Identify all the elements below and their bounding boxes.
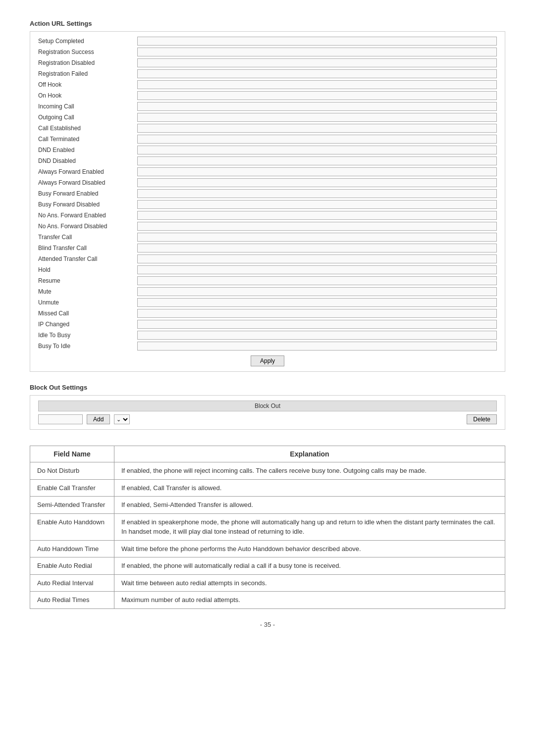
table-row: Enable Auto HanddownIf enabled in speake… [30,513,505,540]
col2-header: Explanation [114,446,505,462]
action-url-row-label: Always Forward Disabled [38,179,137,186]
action-url-row: Incoming Call [38,102,497,111]
table-row: Enable Auto RedialIf enabled, the phone … [30,557,505,575]
action-url-row-input[interactable] [137,113,497,122]
add-button[interactable]: Add [87,414,110,424]
action-url-row-input[interactable] [137,244,497,252]
action-url-row: Off Hook [38,80,497,89]
action-url-row-input[interactable] [137,178,497,187]
action-url-row-label: Registration Failed [38,70,137,77]
action-url-row-input[interactable] [137,135,497,144]
action-url-row: DND Disabled [38,156,497,165]
action-url-row-label: Hold [38,266,137,273]
action-url-row-input[interactable] [137,309,497,318]
action-url-row: Blind Transfer Call [38,244,497,252]
action-url-row: DND Enabled [38,146,497,154]
page-number: - 35 - [30,621,505,628]
action-url-row: On Hook [38,91,497,100]
apply-row: Apply [38,355,497,366]
action-url-row-input[interactable] [137,37,497,46]
action-url-row-label: Call Established [38,125,137,132]
action-url-row-input[interactable] [137,200,497,209]
action-url-row-label: DND Disabled [38,157,137,164]
action-url-row: No Ans. Forward Enabled [38,211,497,220]
action-url-row-label: Unmute [38,299,137,306]
explanation-table: Field Name Explanation Do Not DisturbIf … [30,446,505,609]
action-url-row-input[interactable] [137,102,497,111]
action-url-row-label: IP Changed [38,321,137,328]
block-out-select[interactable]: ⌄ [114,414,130,424]
action-url-row-input[interactable] [137,265,497,274]
table-row: Semi-Attended TransferIf enabled, Semi-A… [30,497,505,514]
action-url-row-label: No Ans. Forward Disabled [38,223,137,230]
action-url-row-input[interactable] [137,91,497,100]
action-url-row: Registration Success [38,48,497,56]
action-url-row: Transfer Call [38,233,497,242]
action-url-row-input[interactable] [137,80,497,89]
action-url-title: Action URL Settings [30,20,505,27]
action-url-row-label: Attended Transfer Call [38,255,137,262]
action-url-row-input[interactable] [137,146,497,154]
action-url-row-input[interactable] [137,342,497,351]
action-url-row: Mute [38,287,497,296]
action-url-row: Missed Call [38,309,497,318]
table-row: Auto Handdown TimeWait time before the p… [30,540,505,557]
action-url-row: IP Changed [38,320,497,329]
action-url-row: Always Forward Disabled [38,178,497,187]
action-url-row: Hold [38,265,497,274]
action-url-row-input[interactable] [137,189,497,198]
table-explanation: Maximum number of auto redial attempts. [114,592,505,609]
block-out-section: Block Out Settings Block Out Add ⌄ Delet… [30,384,505,430]
action-url-row-label: Transfer Call [38,234,137,241]
block-out-row: Add ⌄ Delete [38,414,497,424]
table-explanation: Wait time before the phone performs the … [114,540,505,557]
delete-button[interactable]: Delete [467,414,497,424]
action-url-row-input[interactable] [137,287,497,296]
action-url-row-label: Busy Forward Enabled [38,190,137,197]
action-url-row-label: Registration Success [38,49,137,55]
action-url-row-label: Always Forward Enabled [38,168,137,175]
action-url-row: Registration Disabled [38,58,497,67]
action-url-row: Resume [38,276,497,285]
apply-button[interactable]: Apply [251,355,284,366]
action-url-row-input[interactable] [137,124,497,133]
action-url-row-input[interactable] [137,276,497,285]
action-url-section: Action URL Settings Setup CompletedRegis… [30,20,505,372]
action-url-row: Attended Transfer Call [38,254,497,263]
action-url-row-input[interactable] [137,167,497,176]
action-url-row-label: Off Hook [38,81,137,88]
action-url-container: Setup CompletedRegistration SuccessRegis… [30,31,505,372]
action-url-row-label: Blind Transfer Call [38,245,137,252]
action-url-row-label: DND Enabled [38,147,137,153]
action-url-row-input[interactable] [137,320,497,329]
action-url-row-input[interactable] [137,58,497,67]
action-url-row-input[interactable] [137,222,497,231]
action-url-row: Outgoing Call [38,113,497,122]
table-field-name: Enable Auto Handdown [30,513,114,540]
action-url-row-input[interactable] [137,254,497,263]
action-url-row-input[interactable] [137,156,497,165]
table-field-name: Enable Auto Redial [30,557,114,575]
action-url-row: Call Terminated [38,135,497,144]
action-url-row-label: No Ans. Forward Enabled [38,212,137,219]
table-explanation: If enabled, Semi-Attended Transfer is al… [114,497,505,514]
action-url-row-input[interactable] [137,211,497,220]
action-url-row-input[interactable] [137,298,497,307]
action-url-row-label: Setup Completed [38,38,137,45]
action-url-row: Call Established [38,124,497,133]
table-field-name: Do Not Disturb [30,462,114,480]
action-url-row: Busy To Idle [38,342,497,351]
action-url-row-input[interactable] [137,331,497,340]
table-explanation: If enabled, the phone will automatically… [114,557,505,575]
action-url-row: No Ans. Forward Disabled [38,222,497,231]
table-row: Auto Redial TimesMaximum number of auto … [30,592,505,609]
action-url-row-input[interactable] [137,233,497,242]
action-url-row-input[interactable] [137,69,497,78]
action-url-row-input[interactable] [137,48,497,56]
table-row: Auto Redial IntervalWait time between au… [30,574,505,592]
block-out-input[interactable] [38,414,83,424]
block-out-header: Block Out [38,401,497,411]
action-url-row-label: Resume [38,277,137,284]
action-url-row: Busy Forward Enabled [38,189,497,198]
block-out-title: Block Out Settings [30,384,505,391]
